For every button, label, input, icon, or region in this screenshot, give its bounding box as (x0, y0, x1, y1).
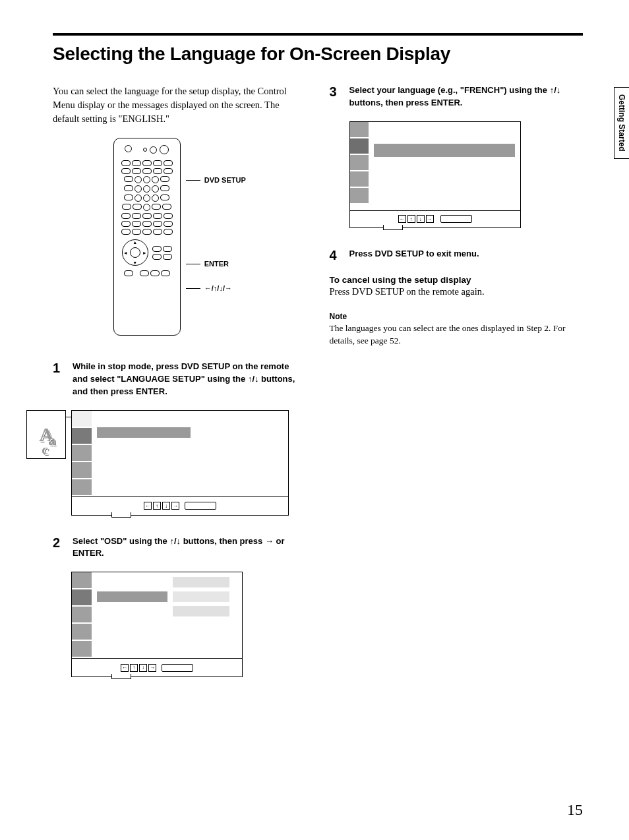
callout-enter: ENTER (204, 260, 229, 268)
osd-screenshot-2: ←↑↓→ (71, 572, 243, 677)
step-1: 1 While in stop mode, press DVD SETUP on… (53, 361, 307, 398)
direction-icons: ←↑↓→ (398, 215, 434, 223)
step-2: 2 Select "OSD" using the ↑/↓ buttons, th… (53, 535, 307, 560)
callout-arrows: ←/↑/↓/→ (204, 284, 232, 292)
step-number: 4 (330, 248, 342, 263)
step-number: 2 (53, 535, 65, 551)
step-3: 3 Select your language (e.g., "FRENCH") … (330, 84, 584, 109)
direction-icons: ←↑↓→ (144, 502, 179, 510)
enter-icon (440, 215, 472, 223)
step-4: 4 Press DVD SETUP to exit menu. (330, 248, 584, 263)
direction-icons: ←↑↓→ (121, 664, 156, 672)
step-number: 1 (53, 361, 65, 376)
remote-body: ▲ ▼ ◄ ► (113, 138, 181, 336)
cancel-heading: To cancel using the setup display (330, 275, 584, 285)
cancel-body: Press DVD SETUP on the remote again. (330, 286, 584, 297)
page-title: Selecting the Language for On-Screen Dis… (53, 44, 583, 65)
page-number: 15 (567, 801, 583, 819)
note-heading: Note (330, 312, 584, 321)
step-number: 3 (330, 84, 342, 100)
left-column: You can select the language for the setu… (53, 84, 307, 697)
osd-screenshot-1: Aac (71, 410, 289, 516)
enter-icon (162, 664, 193, 672)
intro-paragraph: You can select the language for the setu… (53, 84, 307, 126)
nav-wheel-icon: ▲ ▼ ◄ ► (122, 239, 148, 266)
section-tab: Getting Started (614, 87, 629, 159)
step-text: While in stop mode, press DVD SETUP on t… (73, 361, 307, 398)
top-rule (53, 33, 583, 36)
remote-callouts: DVD SETUP ENTER ←/↑/↓/→ (186, 176, 246, 292)
language-icon: Aac (26, 410, 66, 459)
content-columns: You can select the language for the setu… (53, 84, 583, 697)
right-column: 3 Select your language (e.g., "FRENCH") … (330, 84, 584, 697)
step-text: Press DVD SETUP to exit menu. (349, 248, 479, 260)
step-text: Select your language (e.g., "FRENCH") us… (349, 84, 584, 109)
remote-illustration: ▲ ▼ ◄ ► (53, 138, 307, 336)
enter-icon (185, 502, 216, 510)
note-body: The languages you can select are the one… (330, 322, 584, 347)
callout-dvd-setup: DVD SETUP (204, 176, 246, 184)
osd-screenshot-3: ←↑↓→ (349, 121, 521, 228)
step-text: Select "OSD" using the ↑/↓ buttons, then… (73, 535, 307, 560)
